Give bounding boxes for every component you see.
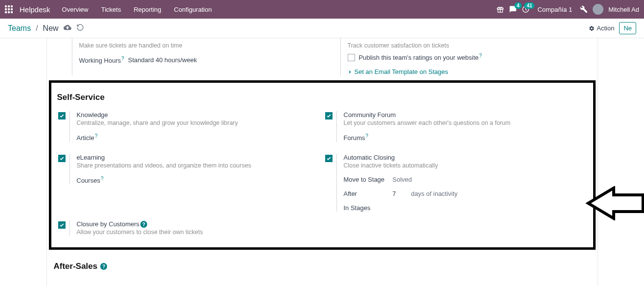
autoclose-setting: Automatic Closing Close inactive tickets…: [322, 154, 589, 212]
form-sheet: Make sure tickets are handled on time Wo…: [46, 38, 598, 286]
breadcrumb-bar: Teams / New Action Ne: [0, 19, 644, 38]
nav-configuration[interactable]: Configuration: [170, 6, 216, 13]
knowledge-checkbox[interactable]: [58, 112, 66, 119]
after-value[interactable]: 7: [393, 190, 407, 197]
forums-label: Forums?: [344, 133, 369, 142]
avatar[interactable]: [593, 4, 603, 15]
elearning-desc: Share presentations and videos, and orga…: [77, 162, 319, 169]
knowledge-desc: Centralize, manage, share and grow your …: [77, 119, 319, 126]
self-service-title: Self-Service: [55, 93, 589, 111]
move-stage-value[interactable]: Solved: [393, 176, 412, 183]
partial-sla-row: Make sure tickets are handled on time Wo…: [47, 38, 598, 75]
nav-right: 4 41 Compañía 1 Mitchell Ad: [496, 4, 639, 15]
after-label: After: [344, 190, 389, 197]
closure-title: Closure by Customers?: [77, 220, 319, 228]
apps-icon[interactable]: [5, 5, 13, 13]
activities-badge: 41: [524, 2, 534, 9]
autoclose-title: Automatic Closing: [344, 154, 586, 161]
content: Make sure tickets are handled on time Wo…: [0, 38, 644, 286]
nav-reporting[interactable]: Reporting: [130, 6, 165, 13]
community-setting: Community Forum Let your customers answe…: [322, 111, 589, 142]
closure-desc: Allow your customers to close their own …: [77, 229, 319, 236]
breadcrumb: Teams / New: [8, 24, 84, 33]
autoclose-desc: Close inactive tickets automatically: [344, 162, 586, 169]
elearning-title: eLearning: [77, 154, 319, 161]
cloud-save-icon[interactable]: [64, 24, 71, 33]
info-icon[interactable]: ?: [100, 263, 107, 270]
autoclose-checkbox[interactable]: [325, 155, 333, 162]
crumb-actions: Action Ne: [589, 22, 636, 34]
user-name[interactable]: Mitchell Ad: [608, 6, 639, 13]
email-template-link[interactable]: Set an Email Template on Stages: [348, 68, 591, 75]
elearning-setting: eLearning Share presentations and videos…: [55, 154, 322, 184]
debug-icon[interactable]: [580, 5, 588, 13]
activities-icon[interactable]: 41: [522, 5, 530, 13]
info-icon[interactable]: ?: [140, 221, 147, 228]
nav-overview[interactable]: Overview: [58, 6, 92, 13]
publish-ratings-checkbox[interactable]: [348, 54, 355, 61]
self-service-section: Self-Service Knowledge Centralize, manag…: [49, 80, 596, 250]
nav-tickets[interactable]: Tickets: [97, 6, 125, 13]
ratings-desc: Track customer satisfaction on tickets: [348, 42, 591, 49]
closure-checkbox[interactable]: [58, 221, 66, 229]
knowledge-setting: Knowledge Centralize, manage, share and …: [55, 111, 322, 142]
community-checkbox[interactable]: [325, 112, 333, 119]
community-title: Community Forum: [344, 111, 586, 119]
in-stages-label: In Stages: [344, 204, 371, 212]
gift-icon[interactable]: [496, 5, 504, 13]
new-button[interactable]: Ne: [619, 22, 636, 34]
messages-icon[interactable]: 4: [509, 5, 517, 13]
courses-label: Courses?: [77, 176, 104, 184]
community-desc: Let your customers answer each other's q…: [344, 119, 586, 126]
publish-ratings-label: Publish this team's ratings on your webs…: [359, 53, 482, 61]
help-icon[interactable]: ?: [366, 133, 369, 139]
help-icon[interactable]: ?: [121, 56, 124, 61]
elearning-checkbox[interactable]: [58, 155, 66, 162]
messages-badge: 4: [514, 2, 522, 9]
top-nav: Helpdesk Overview Tickets Reporting Conf…: [0, 0, 644, 19]
move-stage-label: Move to Stage: [344, 176, 389, 183]
after-sales-title: After-Sales ?: [47, 250, 598, 271]
after-suffix: days of inactivity: [411, 190, 458, 197]
article-label: Article?: [77, 133, 98, 142]
nav-left: Helpdesk Overview Tickets Reporting Conf…: [5, 5, 216, 14]
working-hours-value[interactable]: Standard 40 hours/week: [128, 56, 197, 64]
crumb-teams[interactable]: Teams: [8, 24, 31, 33]
company-switcher[interactable]: Compañía 1: [534, 6, 575, 13]
help-icon[interactable]: ?: [95, 133, 98, 139]
help-icon[interactable]: ?: [101, 176, 104, 181]
help-icon[interactable]: ?: [479, 53, 482, 58]
action-button[interactable]: Action: [589, 24, 614, 32]
closure-setting: Closure by Customers? Allow your custome…: [55, 220, 322, 236]
crumb-current: New: [43, 24, 59, 33]
working-hours-label: Working Hours?: [79, 56, 124, 64]
action-label: Action: [597, 24, 614, 32]
discard-icon[interactable]: [76, 24, 84, 33]
knowledge-title: Knowledge: [77, 111, 319, 119]
app-title: Helpdesk: [20, 5, 50, 14]
sla-desc: Make sure tickets are handled on time: [79, 42, 322, 49]
crumb-sep: /: [36, 24, 38, 33]
